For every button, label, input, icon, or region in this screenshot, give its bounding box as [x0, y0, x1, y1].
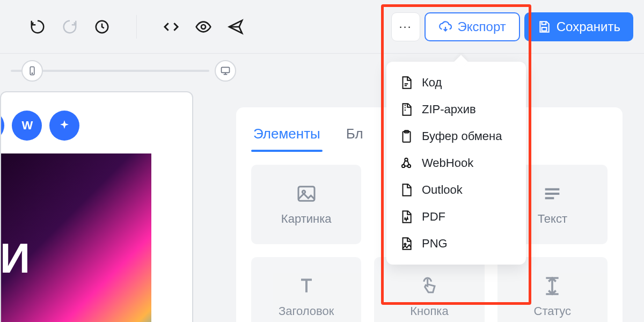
vk-icon: W — [22, 119, 32, 133]
viewport-phone-handle[interactable] — [21, 60, 43, 82]
canvas-preview-image — [0, 153, 151, 322]
export-item-outlook[interactable]: Outlook — [391, 177, 522, 203]
element-label: Статус — [534, 304, 572, 318]
export-item-label: Код — [422, 76, 442, 90]
save-button[interactable]: Сохранить — [524, 12, 633, 41]
phone-icon — [27, 66, 37, 76]
heading-t-icon — [296, 275, 317, 297]
top-toolbar: ··· Экспорт Сохранить — [0, 0, 644, 54]
social-instagram-button[interactable] — [0, 111, 4, 141]
element-tile-spacer[interactable]: Статус — [497, 257, 608, 322]
element-label: Текст — [538, 212, 567, 226]
export-label: Экспорт — [458, 19, 506, 34]
export-item-label: Outlook — [422, 183, 463, 197]
file-code-icon — [399, 76, 413, 90]
export-button[interactable]: Экспорт — [425, 12, 520, 41]
svg-point-14 — [408, 165, 411, 167]
svg-point-13 — [402, 165, 405, 167]
sparkle-icon — [58, 119, 71, 132]
vertical-resize-icon — [541, 275, 563, 297]
element-label: Картинка — [281, 212, 332, 226]
export-item-webhook[interactable]: WebHook — [391, 150, 522, 177]
redo-button[interactable] — [59, 16, 80, 38]
svg-point-4 — [32, 73, 33, 74]
export-item-label: WebHook — [422, 156, 473, 170]
file-zip-icon — [399, 103, 413, 116]
export-item-label: PDF — [422, 210, 445, 224]
viewport-slider[interactable] — [11, 70, 209, 72]
svg-point-1 — [201, 25, 206, 29]
file-image-icon — [399, 237, 413, 251]
save-label: Сохранить — [557, 19, 620, 34]
send-button[interactable] — [225, 16, 246, 38]
social-vk-button[interactable]: W — [12, 111, 42, 141]
save-icon — [537, 20, 551, 34]
webhook-icon — [399, 156, 413, 170]
toolbar-divider — [136, 15, 137, 39]
text-lines-icon — [541, 183, 563, 204]
svg-point-15 — [405, 158, 407, 161]
tap-icon — [419, 275, 440, 297]
element-label: Заголовок — [279, 304, 334, 318]
element-tile-button[interactable]: Кнопка — [374, 257, 484, 322]
social-row: W — [0, 92, 192, 153]
clipboard-icon — [399, 129, 413, 143]
code-view-button[interactable] — [160, 16, 182, 38]
element-label: Кнопка — [410, 304, 448, 318]
view-group — [144, 16, 262, 38]
element-tile-image[interactable]: Картинка — [251, 165, 361, 244]
image-icon — [296, 183, 317, 204]
workspace: W Элементы Бл Картинка — [0, 54, 644, 322]
file-icon — [399, 183, 413, 197]
export-item-label: ZIP-архив — [422, 103, 476, 116]
preview-button[interactable] — [193, 16, 214, 38]
export-item-label: Буфер обмена — [422, 129, 502, 143]
svg-rect-2 — [541, 27, 546, 31]
export-dropdown: Код ZIP-архив Буфер обмена WebHook Outlo… — [386, 62, 526, 265]
export-item-zip[interactable]: ZIP-архив — [391, 96, 522, 123]
svg-point-16 — [404, 243, 406, 245]
tab-elements[interactable]: Элементы — [251, 120, 323, 152]
social-sparkle-button[interactable] — [49, 111, 79, 141]
export-item-code[interactable]: Код — [391, 69, 522, 96]
svg-rect-9 — [298, 187, 314, 201]
ellipsis-icon: ··· — [399, 20, 412, 34]
more-options-button[interactable]: ··· — [391, 12, 420, 41]
export-item-pdf[interactable]: PDF — [391, 203, 522, 230]
undo-button[interactable] — [27, 16, 48, 38]
export-item-png[interactable]: PNG — [391, 230, 522, 257]
history-group — [11, 16, 129, 38]
element-tile-heading[interactable]: Заголовок — [251, 257, 361, 322]
export-item-label: PNG — [422, 237, 448, 251]
tab-blocks[interactable]: Бл — [344, 120, 365, 152]
cloud-download-icon — [438, 20, 452, 34]
history-button[interactable] — [91, 16, 113, 38]
file-pdf-icon — [399, 210, 413, 224]
canvas-column: W — [0, 54, 193, 322]
canvas-frame[interactable]: W — [0, 91, 193, 322]
export-item-clipboard[interactable]: Буфер обмена — [391, 123, 522, 150]
